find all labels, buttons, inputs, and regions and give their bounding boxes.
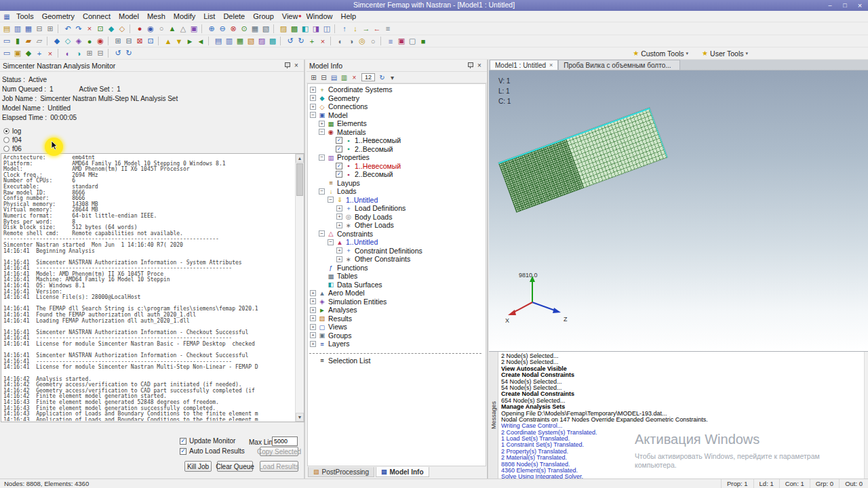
close-button[interactable] xyxy=(853,1,867,10)
toolbar-icon[interactable]: ↓ xyxy=(350,24,361,34)
copy-selected-button[interactable]: Copy Selected xyxy=(260,447,298,456)
tree-checkbox[interactable] xyxy=(336,163,342,169)
toolbar-icon[interactable]: ▨ xyxy=(256,36,267,46)
minimize-button[interactable] xyxy=(823,1,837,10)
viewport-tab[interactable]: Model1 : Untitled × xyxy=(490,60,558,70)
messages-scrollbar[interactable] xyxy=(864,352,868,479)
toolbar-icon[interactable]: ◑ xyxy=(73,48,84,58)
toolbar-icon[interactable]: + xyxy=(307,36,317,46)
tree-item[interactable]: ▣ Groups xyxy=(308,331,486,340)
toolbar-icon[interactable]: ◉ xyxy=(95,36,106,46)
viewport-tab[interactable]: Проба Вилка с объемным болто... xyxy=(558,60,679,70)
toolbar-icon[interactable]: ▦ xyxy=(235,36,245,46)
toolbar-icon[interactable]: ◆ xyxy=(23,48,34,58)
expander-icon[interactable] xyxy=(328,138,334,144)
toolbar-icon[interactable]: ▾ xyxy=(387,73,397,82)
pin-icon[interactable] xyxy=(282,62,292,70)
expander-icon[interactable] xyxy=(328,171,334,178)
tree-item[interactable]: ▪ 2..Весомый xyxy=(308,145,486,154)
toolbar-icon[interactable]: ↑ xyxy=(339,24,350,34)
tree-item[interactable]: ▪ 1..Невесомый xyxy=(308,162,486,171)
toolbar-icon[interactable]: ▥ xyxy=(224,36,235,46)
expander-icon[interactable] xyxy=(310,298,316,304)
toolbar-icon[interactable]: ≡ xyxy=(382,24,393,34)
toolbar-icon[interactable]: ↷ xyxy=(73,24,84,34)
toolbar-icon[interactable]: ▭ xyxy=(1,48,12,58)
panel-tab[interactable]: ▧ PostProcessing xyxy=(308,467,374,477)
toolbar-icon[interactable]: → xyxy=(361,24,372,34)
expander-icon[interactable] xyxy=(310,341,316,347)
toolbar-icon[interactable]: ▦ xyxy=(250,24,260,34)
to olbar-icon[interactable]: ▥ xyxy=(339,73,349,82)
tree-item[interactable]: ≡ Selection List xyxy=(308,357,486,365)
expander-icon[interactable] xyxy=(310,112,316,118)
toolbar-icon[interactable]: ○ xyxy=(368,36,378,46)
log-type-radio[interactable]: log xyxy=(3,127,301,136)
expander-icon[interactable] xyxy=(310,315,316,321)
toolbar-icon[interactable]: ◄ xyxy=(195,36,206,46)
menu-item[interactable]: Tools xyxy=(12,12,38,21)
toolbar-icon[interactable]: ◉ xyxy=(145,24,156,34)
toolbar-icon[interactable]: ⊟ xyxy=(34,24,45,34)
menu-item[interactable]: Group xyxy=(249,12,278,21)
menu-item[interactable]: Connect xyxy=(79,12,115,21)
close-icon[interactable] xyxy=(292,62,301,70)
tree-item[interactable]: ▪ 2..Весомый xyxy=(308,170,486,179)
toolbar-icon[interactable]: ⊕ xyxy=(206,24,217,34)
kill-job-button[interactable]: Kill Job xyxy=(184,461,212,472)
toolbar-icon[interactable]: ▩ xyxy=(289,24,300,34)
expander-icon[interactable] xyxy=(336,256,342,262)
tree-checkbox[interactable] xyxy=(336,171,342,178)
toolbar-icon[interactable]: ◧ xyxy=(300,24,311,34)
close-icon[interactable] xyxy=(475,62,484,70)
maximize-button[interactable] xyxy=(838,1,852,10)
toolbar-icon[interactable]: ↻ xyxy=(296,36,307,46)
tree-item[interactable]: ∗ Other Loads xyxy=(308,221,486,230)
toolbar-icon[interactable]: ■ xyxy=(418,36,429,46)
toolbar-icon[interactable]: ▣ xyxy=(189,24,199,34)
to olbar-icon[interactable]: ⊞ xyxy=(309,73,319,82)
toolbar-icon[interactable]: ▲ xyxy=(167,24,178,34)
toolbar-icon[interactable]: ↺ xyxy=(285,36,296,46)
expander-icon[interactable] xyxy=(319,281,325,287)
log-scrollbar[interactable] xyxy=(295,154,304,422)
toolbar-icon[interactable]: ◐ xyxy=(335,36,346,46)
toolbar-icon[interactable]: ⊟ xyxy=(123,36,134,46)
toolbar-icon[interactable]: ↺ xyxy=(113,48,123,58)
tree-item[interactable]: ◈ Simulation Entities xyxy=(308,298,486,306)
toolbar-icon[interactable]: ⊞ xyxy=(84,48,95,58)
tree-item[interactable]: ≡ Layups xyxy=(308,179,486,188)
toolbar-icon[interactable]: ⊙ xyxy=(239,24,250,34)
tree-item[interactable]: △ Constraints xyxy=(308,230,486,239)
toolbar-icon[interactable]: ⊡ xyxy=(95,24,106,34)
tree-item[interactable]: ƒ Functions xyxy=(308,264,486,272)
expander-icon[interactable] xyxy=(328,163,334,169)
tree-item[interactable]: + Coordinate Systems xyxy=(308,85,486,94)
toolbar-icon[interactable]: ◇ xyxy=(117,24,127,34)
tree-item[interactable]: ▪ 1..Невесомый xyxy=(308,136,486,145)
expander-icon[interactable] xyxy=(310,332,316,338)
scrollbar-thumb[interactable] xyxy=(296,163,303,196)
expander-icon[interactable] xyxy=(319,273,325,279)
toolbar-icon[interactable]: ≡ xyxy=(385,36,396,46)
toolbar-icon[interactable]: ▱ xyxy=(34,36,45,46)
tree-item[interactable]: ▣ Model xyxy=(308,111,486,120)
toolbar-icon[interactable]: ▧ xyxy=(245,36,256,46)
viewport[interactable]: V: 1L: 1C: 1 9810.0 X Z xyxy=(489,70,868,351)
toolbar-icon[interactable]: ⊞ xyxy=(113,36,123,46)
expander-icon[interactable] xyxy=(310,104,316,110)
toolbar-icon[interactable]: ▣ xyxy=(12,48,23,58)
auto-load-results-checkbox[interactable]: Auto Load Results xyxy=(180,447,245,455)
expander-icon[interactable] xyxy=(328,146,334,152)
toolbar-icon[interactable]: ◫ xyxy=(321,24,332,34)
menu-item[interactable]: Model xyxy=(115,12,143,21)
toolbar-icon[interactable]: ◑ xyxy=(346,36,357,46)
tree-item[interactable]: ▧ Results xyxy=(308,314,486,323)
toolbar-icon[interactable]: ◐ xyxy=(62,48,73,58)
toolbar-icon[interactable]: ⊗ xyxy=(228,24,239,34)
toolbar-icon[interactable]: ⊖ xyxy=(217,24,228,34)
expander-icon[interactable] xyxy=(310,324,316,330)
tree-item[interactable]: ▦ Elements xyxy=(308,119,486,128)
expander-icon[interactable] xyxy=(319,264,325,270)
toolbar-icon[interactable]: ↻ xyxy=(377,73,387,82)
